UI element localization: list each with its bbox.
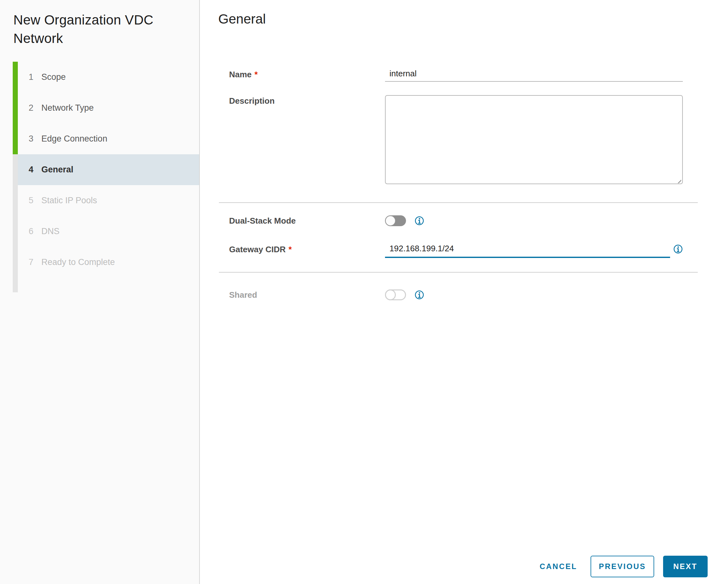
shared-row: Shared	[201, 289, 728, 300]
section-divider	[219, 272, 698, 273]
sidebar-step-scope[interactable]: 1 Scope	[0, 62, 199, 92]
section-divider	[219, 202, 698, 203]
info-icon[interactable]	[673, 244, 683, 254]
dual-stack-toggle[interactable]	[385, 215, 406, 226]
sidebar-step-dns: 6 DNS	[0, 216, 199, 247]
sidebar-step-network-type[interactable]: 2 Network Type	[0, 92, 199, 124]
step-number: 1	[29, 72, 41, 82]
general-form: Name* Description Dual-Stack Mode	[201, 69, 728, 300]
info-icon[interactable]	[415, 290, 424, 300]
page-title: General	[218, 11, 728, 27]
info-icon[interactable]	[415, 216, 424, 225]
step-label: Ready to Complete	[41, 257, 115, 267]
name-label: Name*	[201, 69, 385, 80]
sidebar-step-static-ip-pools: 5 Static IP Pools	[0, 185, 199, 216]
required-asterisk: *	[255, 70, 258, 79]
dual-stack-row: Dual-Stack Mode	[201, 214, 728, 227]
description-row: Description	[201, 95, 728, 185]
shared-toggle	[385, 289, 406, 300]
wizard-page-general: General Name* Description Dual-Stack Mod…	[201, 0, 728, 584]
required-asterisk: *	[289, 245, 292, 254]
sidebar-step-edge-connection[interactable]: 3 Edge Connection	[0, 124, 199, 154]
step-label: Static IP Pools	[41, 195, 97, 206]
step-number: 6	[29, 227, 41, 236]
step-number: 7	[29, 257, 41, 267]
previous-button[interactable]: PREVIOUS	[591, 556, 654, 577]
name-row: Name*	[201, 69, 728, 82]
sidebar-step-general[interactable]: 4 General	[18, 154, 199, 185]
step-number: 3	[29, 134, 41, 144]
description-textarea[interactable]	[385, 95, 683, 184]
step-label: Edge Connection	[41, 134, 107, 144]
gateway-cidr-input[interactable]	[385, 244, 670, 258]
step-number: 5	[29, 195, 41, 206]
gateway-cidr-row: Gateway CIDR*	[201, 244, 728, 258]
shared-label: Shared	[201, 289, 385, 300]
description-label: Description	[201, 95, 385, 107]
step-number: 2	[29, 103, 41, 113]
next-button[interactable]: NEXT	[663, 556, 708, 577]
gateway-cidr-label: Gateway CIDR*	[201, 244, 385, 255]
step-label: General	[41, 165, 74, 175]
wizard-step-nav: 1 Scope 2 Network Type 3 Edge Connection…	[0, 62, 199, 292]
sidebar-step-ready-to-complete: 7 Ready to Complete	[0, 247, 199, 278]
cancel-button[interactable]: CANCEL	[535, 556, 582, 577]
dual-stack-label: Dual-Stack Mode	[201, 214, 385, 227]
wizard-title: New Organization VDC Network	[14, 11, 173, 48]
wizard-footer: CANCEL PREVIOUS NEXT	[535, 556, 708, 577]
step-label: DNS	[41, 227, 59, 236]
step-number: 4	[29, 165, 41, 175]
step-label: Network Type	[41, 103, 94, 113]
name-input[interactable]	[385, 69, 683, 82]
step-label: Scope	[41, 72, 66, 82]
wizard-sidebar: New Organization VDC Network 1 Scope 2 N…	[0, 0, 200, 584]
